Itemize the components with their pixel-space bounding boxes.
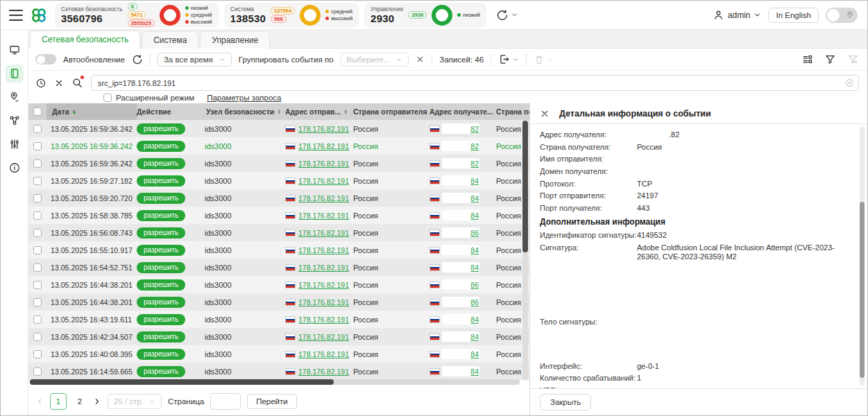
- src-ip-link[interactable]: 178.176.82.191: [298, 350, 349, 358]
- refresh-icon[interactable]: [132, 54, 143, 65]
- sidebar-item-topology[interactable]: [6, 112, 24, 130]
- row-checkbox[interactable]: [33, 211, 42, 220]
- dst-ip-link[interactable]: 84: [470, 263, 479, 272]
- time-range-select[interactable]: За все время: [158, 53, 232, 67]
- dst-ip-link[interactable]: 84: [470, 315, 479, 324]
- table-row-3[interactable]: 13.05.2025 16:59:27.182разрешитьids30001…: [28, 172, 529, 189]
- src-ip-link[interactable]: 178.176.82.191: [298, 211, 349, 220]
- src-ip-link[interactable]: 178.176.82.191: [298, 333, 349, 341]
- refresh-stats-button[interactable]: [496, 9, 518, 21]
- search-icon[interactable]: [71, 77, 83, 89]
- close-icon[interactable]: [540, 109, 550, 119]
- goto-page-input[interactable]: [210, 393, 241, 410]
- sidebar-item-geo[interactable]: [6, 88, 24, 106]
- dst-ip-link[interactable]: 84: [470, 211, 479, 220]
- src-ip-link[interactable]: 178.176.82.191: [298, 315, 349, 324]
- theme-toggle[interactable]: [826, 8, 858, 23]
- dst-ip-link[interactable]: 84: [470, 367, 479, 376]
- sidebar-item-settings[interactable]: [6, 135, 24, 153]
- table-row-7[interactable]: 13.05.2025 16:55:10.917разрешитьids30001…: [28, 241, 529, 259]
- row-checkbox[interactable]: [33, 229, 42, 237]
- search-input[interactable]: [91, 75, 859, 91]
- scrollbar-thumb[interactable]: [860, 202, 865, 378]
- table-row-12[interactable]: 13.05.2025 16:42:34.507разрешитьids30001…: [28, 328, 529, 345]
- next-page-icon[interactable]: [93, 397, 101, 406]
- select-all-checkbox[interactable]: [33, 107, 42, 116]
- tab-2[interactable]: Управление: [200, 31, 270, 49]
- row-checkbox[interactable]: [33, 281, 42, 289]
- scrollbar-thumb[interactable]: [30, 379, 334, 385]
- table-row-5[interactable]: 13.05.2025 16:58:38.785разрешитьids30001…: [28, 207, 529, 224]
- delete-button[interactable]: [534, 54, 554, 65]
- row-checkbox[interactable]: [33, 159, 42, 168]
- sort-icon[interactable]: ▲▼: [72, 109, 77, 115]
- src-ip-link[interactable]: 178.176.82.191: [298, 298, 349, 306]
- src-ip-link[interactable]: 178.176.82.191: [298, 125, 349, 133]
- table-row-4[interactable]: 13.05.2025 16:59:20.720разрешитьids30001…: [28, 189, 529, 207]
- src-ip-link[interactable]: 178.176.82.191: [298, 142, 349, 150]
- page-button-2[interactable]: 2: [73, 393, 87, 410]
- auto-refresh-toggle[interactable]: [35, 54, 56, 64]
- table-row-13[interactable]: 13.05.2025 16:40:08.395разрешитьids30001…: [28, 345, 529, 363]
- row-checkbox[interactable]: [33, 246, 42, 254]
- dst-ip-link[interactable]: 82: [470, 142, 479, 150]
- dst-ip-link[interactable]: 84: [470, 350, 479, 358]
- goto-button[interactable]: Перейти: [247, 394, 297, 409]
- table-row-0[interactable]: 13.05.2025 16:59:36.242разрешитьids30001…: [28, 120, 529, 137]
- table-row-14[interactable]: 13.05.2025 16:14:59.665разрешитьids30001…: [28, 363, 529, 380]
- query-params-link[interactable]: Параметры запроса: [207, 94, 281, 102]
- dst-ip-link[interactable]: 84: [470, 333, 479, 341]
- table-row-9[interactable]: 13.05.2025 16:44:38.201разрешитьids30001…: [28, 276, 529, 293]
- row-checkbox[interactable]: [33, 142, 42, 150]
- clear-search-icon[interactable]: [54, 78, 64, 88]
- language-button[interactable]: In English: [768, 8, 819, 23]
- dst-ip-link[interactable]: 86: [470, 281, 479, 289]
- dst-ip-link[interactable]: 84: [470, 194, 479, 202]
- filter-clear-icon[interactable]: [847, 53, 859, 65]
- advanced-mode-option[interactable]: Расширенный режим: [103, 94, 194, 102]
- src-ip-link[interactable]: 178.176.82.191: [298, 159, 349, 168]
- dst-ip-link[interactable]: 84: [470, 177, 479, 185]
- src-ip-link[interactable]: 178.176.82.191: [298, 367, 349, 376]
- table-horizontal-scrollbar[interactable]: [30, 379, 520, 385]
- tab-1[interactable]: Система: [142, 31, 198, 49]
- dst-ip-link[interactable]: 84: [470, 246, 479, 254]
- row-checkbox[interactable]: [33, 298, 42, 306]
- row-checkbox[interactable]: [33, 350, 42, 358]
- row-checkbox[interactable]: [33, 333, 42, 341]
- table-row-10[interactable]: 13.05.2025 16:44:38.201разрешитьids30001…: [28, 293, 529, 311]
- table-vertical-scrollbar[interactable]: [522, 121, 528, 381]
- row-checkbox[interactable]: [33, 315, 42, 324]
- clear-group-icon[interactable]: [416, 55, 425, 64]
- row-checkbox[interactable]: [33, 194, 42, 202]
- sidebar-item-dashboard[interactable]: [6, 41, 24, 59]
- history-icon[interactable]: [35, 78, 46, 89]
- clear-input-icon[interactable]: [845, 78, 854, 87]
- src-ip-link[interactable]: 178.176.82.191: [298, 229, 349, 237]
- row-checkbox[interactable]: [33, 263, 42, 272]
- dst-ip-link[interactable]: 82: [470, 159, 479, 168]
- table-row-6[interactable]: 13.05.2025 16:56:08.743разрешитьids30001…: [28, 224, 529, 241]
- src-ip-link[interactable]: 178.176.82.191: [298, 246, 349, 254]
- menu-icon[interactable]: [9, 10, 23, 21]
- row-checkbox[interactable]: [33, 125, 42, 133]
- close-panel-button[interactable]: Закрыть: [540, 394, 591, 410]
- sort-icon[interactable]: ▲▼: [277, 109, 281, 115]
- table-row-2[interactable]: 13.05.2025 16:59:36.242разрешитьids30001…: [28, 155, 529, 172]
- dst-ip-link[interactable]: 86: [470, 229, 479, 237]
- tab-0[interactable]: Сетевая безопасность: [30, 31, 140, 49]
- dst-ip-link[interactable]: 82: [470, 125, 479, 133]
- prev-page-icon[interactable]: [35, 397, 44, 406]
- page-button-1[interactable]: 1: [50, 393, 67, 410]
- sidebar-item-journal[interactable]: [6, 64, 24, 83]
- panel-scrollbar[interactable]: [860, 127, 865, 385]
- dst-ip-link[interactable]: 86: [470, 298, 479, 306]
- row-checkbox[interactable]: [33, 177, 42, 185]
- export-button[interactable]: [498, 53, 519, 65]
- table-row-8[interactable]: 13.05.2025 16:54:52.751разрешитьids30001…: [28, 259, 529, 276]
- page-size-select[interactable]: 25 / стр.: [108, 394, 162, 409]
- scrollbar-thumb[interactable]: [522, 121, 528, 252]
- src-ip-link[interactable]: 178.176.82.191: [298, 194, 349, 202]
- sidebar-item-info[interactable]: [6, 159, 24, 177]
- table-row-1[interactable]: 13.05.2025 16:59:36.242разрешитьids30001…: [28, 137, 529, 155]
